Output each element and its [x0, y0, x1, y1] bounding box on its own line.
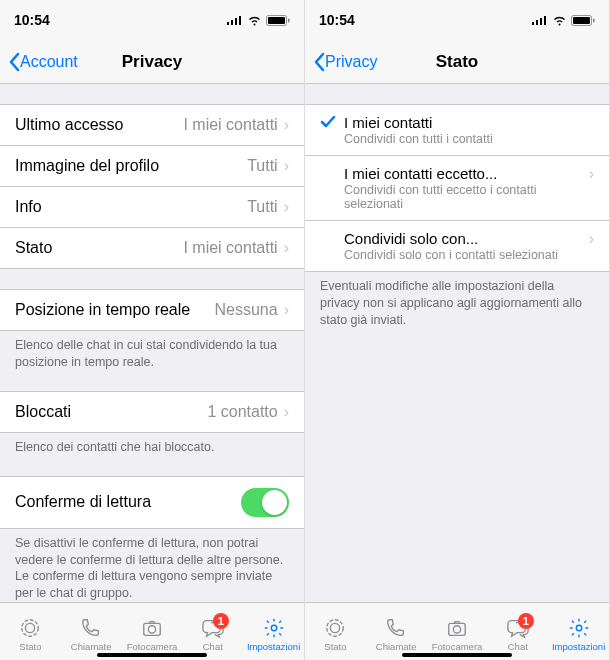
row-label: Conferme di lettura: [15, 493, 151, 511]
row-label: Stato: [15, 239, 52, 257]
battery-icon: [266, 15, 290, 26]
tab-impostazioni[interactable]: Impostazioni: [244, 616, 304, 652]
row-label: Info: [15, 198, 42, 216]
gear-icon: [568, 617, 590, 639]
option-my-contacts[interactable]: I miei contatti Condividi con tutti i co…: [305, 104, 609, 156]
camera-icon: [141, 617, 163, 639]
chevron-left-icon: [8, 52, 20, 72]
chat-badge: 1: [518, 613, 534, 629]
row-label: Immagine del profilo: [15, 157, 159, 175]
svg-point-10: [148, 625, 155, 632]
row-live-location[interactable]: Posizione in tempo reale Nessuna›: [0, 289, 304, 331]
content-scroll[interactable]: I miei contatti Condividi con tutti i co…: [305, 84, 609, 602]
svg-point-19: [327, 619, 344, 636]
row-value: 1 contatto: [207, 403, 277, 421]
svg-rect-0: [227, 22, 229, 25]
chevron-left-icon: [313, 52, 325, 72]
svg-point-22: [453, 625, 460, 632]
signal-icon: [532, 15, 548, 25]
tab-stato[interactable]: Stato: [0, 616, 60, 652]
svg-point-11: [271, 625, 277, 631]
option-share-only-with[interactable]: Condividi solo con... Condividi solo con…: [305, 221, 609, 272]
row-value: Tutti: [247, 157, 278, 175]
row-read-receipts[interactable]: Conferme di lettura: [0, 476, 304, 529]
row-blocked[interactable]: Bloccati 1 contatto›: [0, 391, 304, 433]
option-sub: Condividi con tutti i contatti: [344, 132, 594, 146]
tab-chiamate[interactable]: Chiamate: [366, 616, 426, 652]
row-value: Tutti: [247, 198, 278, 216]
row-value: Nessuna: [215, 301, 278, 319]
tab-chiamate[interactable]: Chiamate: [61, 616, 121, 652]
tab-label: Stato: [19, 641, 41, 652]
tab-bar: Stato Chiamate Fotocamera 1 Chat Imposta…: [0, 602, 304, 660]
page-title: Privacy: [122, 52, 183, 72]
read-receipts-switch[interactable]: [241, 488, 289, 517]
back-button[interactable]: Account: [8, 52, 78, 72]
row-info[interactable]: Info Tutti›: [0, 187, 304, 228]
status-time: 10:54: [14, 12, 50, 28]
row-profile-photo[interactable]: Immagine del profilo Tutti›: [0, 146, 304, 187]
chevron-right-icon: ›: [284, 403, 289, 421]
svg-rect-3: [239, 16, 241, 25]
tab-label: Impostazioni: [247, 641, 300, 652]
svg-rect-14: [540, 18, 542, 25]
status-bar: 10:54: [0, 0, 304, 40]
tab-chat[interactable]: 1 Chat: [488, 616, 548, 652]
svg-rect-6: [288, 18, 290, 22]
status-icon: [324, 617, 346, 639]
tab-label: Impostazioni: [552, 641, 605, 652]
svg-rect-12: [532, 22, 534, 25]
option-contacts-except[interactable]: I miei contatti eccetto... Condividi con…: [305, 156, 609, 221]
svg-point-8: [26, 623, 35, 632]
phone-icon: [385, 617, 407, 639]
svg-rect-1: [231, 20, 233, 25]
nav-bar: Account Privacy: [0, 40, 304, 84]
option-title: I miei contatti: [344, 114, 594, 131]
battery-icon: [571, 15, 595, 26]
tab-stato[interactable]: Stato: [305, 616, 365, 652]
row-label: Posizione in tempo reale: [15, 301, 190, 319]
chevron-right-icon: ›: [284, 198, 289, 216]
tab-bar: Stato Chiamate Fotocamera 1 Chat Imposta…: [305, 602, 609, 660]
row-label: Bloccati: [15, 403, 71, 421]
tab-fotocamera[interactable]: Fotocamera: [122, 616, 182, 652]
status-bar: 10:54: [305, 0, 609, 40]
signal-icon: [227, 15, 243, 25]
status-indicators: [532, 15, 595, 26]
tab-label: Chat: [508, 641, 528, 652]
tab-label: Fotocamera: [432, 641, 483, 652]
footer-note: Eventuali modifiche alle impostazioni de…: [305, 272, 609, 329]
svg-point-7: [22, 619, 39, 636]
chevron-right-icon: ›: [284, 239, 289, 257]
back-button[interactable]: Privacy: [313, 52, 377, 72]
footer-note: Se disattivi le conferme di lettura, non…: [0, 529, 304, 602]
row-last-seen[interactable]: Ultimo accesso I miei contatti›: [0, 104, 304, 146]
svg-point-20: [331, 623, 340, 632]
svg-rect-5: [268, 17, 285, 24]
wifi-icon: [247, 15, 262, 26]
footer-note: Elenco delle chat in cui stai condividen…: [0, 331, 304, 371]
tab-label: Fotocamera: [127, 641, 178, 652]
tab-label: Chiamate: [376, 641, 417, 652]
tab-fotocamera[interactable]: Fotocamera: [427, 616, 487, 652]
home-indicator[interactable]: [97, 653, 207, 657]
chevron-right-icon: ›: [284, 301, 289, 319]
svg-rect-2: [235, 18, 237, 25]
chevron-right-icon: ›: [284, 157, 289, 175]
svg-rect-13: [536, 20, 538, 25]
svg-point-23: [576, 625, 582, 631]
footer-note: Elenco dei contatti che hai bloccato.: [0, 433, 304, 456]
option-title: I miei contatti eccetto...: [344, 165, 583, 182]
row-status[interactable]: Stato I miei contatti›: [0, 228, 304, 269]
tab-chat[interactable]: 1 Chat: [183, 616, 243, 652]
option-sub: Condividi con tutti eccetto i contatti s…: [344, 183, 583, 211]
status-indicators: [227, 15, 290, 26]
back-label: Account: [20, 53, 78, 71]
chevron-right-icon: ›: [589, 165, 594, 183]
home-indicator[interactable]: [402, 653, 512, 657]
gear-icon: [263, 617, 285, 639]
row-label: Ultimo accesso: [15, 116, 123, 134]
svg-rect-15: [544, 16, 546, 25]
content-scroll[interactable]: Ultimo accesso I miei contatti› Immagine…: [0, 84, 304, 602]
tab-impostazioni[interactable]: Impostazioni: [549, 616, 609, 652]
